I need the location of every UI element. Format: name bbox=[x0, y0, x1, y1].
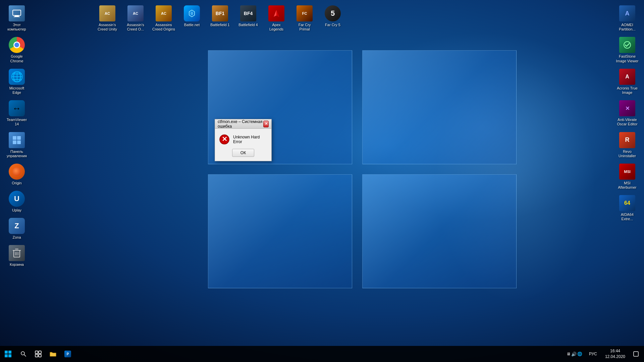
teamviewer-icon: ↔ bbox=[9, 100, 25, 116]
svg-rect-27 bbox=[39, 354, 41, 357]
file-explorer-icon bbox=[50, 351, 56, 357]
nvidia-icon: 🖥 bbox=[567, 352, 571, 356]
desktop-icon-faststone[interactable]: FastStone Image Viewer bbox=[614, 35, 641, 65]
desktop-icon-trash[interactable]: Корзина bbox=[3, 243, 30, 269]
desktop-icon-my-computer[interactable]: Этот компьютер bbox=[3, 3, 30, 34]
desktop-icon-google-chrome[interactable]: Google Chrome bbox=[3, 35, 30, 65]
clock-date: 12.04.2020 bbox=[605, 354, 625, 360]
msi-icon: MSI bbox=[619, 164, 635, 180]
win-pane-bl bbox=[208, 174, 352, 288]
dialog-content-row: ✕ Unknown Hard Error bbox=[219, 134, 267, 145]
svg-rect-19 bbox=[8, 351, 11, 354]
antivibrate-label: Anti-Vibrate Oscar Editor bbox=[616, 118, 639, 126]
my-computer-label: Этот компьютер bbox=[5, 23, 28, 32]
file-explorer-button[interactable] bbox=[46, 346, 60, 362]
desktop-icons-right: A AOMEI Partition... FastStone Image Vie… bbox=[610, 0, 644, 227]
svg-rect-3 bbox=[13, 136, 16, 140]
pinned-app-button[interactable]: P bbox=[60, 346, 75, 362]
desktop-icon-bf1[interactable]: BF1 Battlefield 1 bbox=[207, 3, 233, 34]
desktop-icons-left: Этот компьютер Google Chrome 🌐 Microsoft… bbox=[0, 0, 34, 273]
apex-label: Apex Legends bbox=[265, 23, 288, 32]
battlenet-label: Battle.net bbox=[184, 23, 200, 27]
svg-rect-1 bbox=[15, 15, 19, 16]
svg-line-23 bbox=[24, 355, 26, 356]
teamviewer-label: TeamViewer 14 bbox=[5, 118, 28, 126]
win-pane-br bbox=[362, 174, 517, 288]
dialog-ok-button[interactable]: ОК bbox=[232, 149, 254, 157]
desktop-icon-farcry5[interactable]: 5 Far Cry 5 bbox=[319, 3, 346, 34]
svg-rect-26 bbox=[35, 354, 38, 357]
svg-marker-14 bbox=[191, 11, 193, 15]
language-indicator[interactable]: РУС bbox=[586, 346, 600, 362]
desktop-icon-antivibrate[interactable]: ✕ Anti-Vibrate Oscar Editor bbox=[614, 98, 641, 128]
notification-center-button[interactable] bbox=[631, 346, 641, 362]
svg-rect-28 bbox=[634, 352, 638, 356]
dialog-title: ctfmon.exe – Системная ошибка bbox=[218, 119, 263, 129]
volume-icon: 🔊 bbox=[571, 352, 577, 357]
farcry5-icon: 5 bbox=[325, 5, 341, 21]
desktop-icon-ac-unity[interactable]: AC Assassin's Creed Unity bbox=[94, 3, 121, 34]
aida64-icon: 64 bbox=[619, 195, 635, 211]
aomei-label: AOMEI Partition... bbox=[616, 23, 639, 32]
desktop-icon-aida64[interactable]: 64 AIDA64 Extre... bbox=[614, 193, 641, 223]
error-icon: ✕ bbox=[219, 134, 230, 145]
revo-label: Revo Uninstaller bbox=[616, 149, 639, 158]
pinned-app-icon: P bbox=[64, 351, 71, 357]
ac-black-icon: AC bbox=[127, 5, 144, 21]
svg-rect-4 bbox=[17, 136, 21, 140]
desktop-icon-battlenet[interactable]: Battle.net bbox=[178, 3, 205, 34]
origin-icon bbox=[9, 164, 25, 180]
svg-text:✕: ✕ bbox=[222, 135, 227, 143]
desktop-icon-control-panel[interactable]: Панель управления bbox=[3, 130, 30, 160]
clock-time: 16:44 bbox=[610, 348, 620, 354]
desktop-icon-ac-black[interactable]: AC Assassin's Creed O... bbox=[122, 3, 149, 34]
uplay-label: Uplay bbox=[12, 208, 21, 213]
faststone-icon bbox=[619, 37, 635, 53]
desktop-icon-bf4[interactable]: BF4 Battlefield 4 bbox=[235, 3, 262, 34]
google-chrome-label: Google Chrome bbox=[5, 54, 28, 63]
taskbar-right: 🖥 🔊 🌐 РУС 16:44 12.04.2020 bbox=[564, 346, 644, 362]
taskbar: P 🖥 🔊 🌐 РУС 16:44 12.04.2020 bbox=[0, 346, 644, 362]
bf4-icon: BF4 bbox=[240, 5, 256, 21]
clock[interactable]: 16:44 12.04.2020 bbox=[601, 346, 629, 362]
dialog-titlebar: ctfmon.exe – Системная ошибка ✕ bbox=[215, 119, 271, 129]
svg-rect-24 bbox=[35, 351, 38, 354]
farcry-primal-icon: FC bbox=[297, 5, 313, 21]
zona-icon: Z bbox=[9, 218, 25, 234]
desktop-icon-acronis[interactable]: A Acronis True Image bbox=[614, 67, 641, 97]
google-chrome-icon bbox=[9, 37, 25, 53]
faststone-label: FastStone Image Viewer bbox=[616, 54, 639, 63]
bf1-icon: BF1 bbox=[212, 5, 228, 21]
desktop-icon-microsoft-edge[interactable]: 🌐 Microsoft Edge bbox=[3, 67, 30, 97]
uplay-icon: U bbox=[9, 191, 25, 207]
error-message: Unknown Hard Error bbox=[233, 135, 267, 144]
dialog-close-button[interactable]: ✕ bbox=[263, 121, 269, 127]
svg-rect-18 bbox=[5, 351, 8, 354]
desktop-icon-origin[interactable]: Origin bbox=[3, 162, 30, 187]
task-view-button[interactable] bbox=[31, 346, 46, 362]
control-panel-label: Панель управления bbox=[5, 149, 28, 158]
desktop-icon-aomei[interactable]: A AOMEI Partition... bbox=[614, 3, 641, 34]
desktop-icon-farcry-primal[interactable]: FC Far Cry Primal bbox=[291, 3, 318, 34]
desktop-icon-teamviewer[interactable]: ↔ TeamViewer 14 bbox=[3, 98, 30, 128]
svg-rect-21 bbox=[8, 354, 11, 357]
trash-icon bbox=[9, 245, 25, 261]
apex-icon bbox=[268, 5, 284, 21]
ac-black-label: Assassin's Creed O... bbox=[124, 23, 147, 32]
desktop-icon-revo[interactable]: R Revo Uninstaller bbox=[614, 130, 641, 160]
taskbar-search-button[interactable] bbox=[16, 346, 31, 362]
desktop-icon-msi[interactable]: MSI MSI Afterburner bbox=[614, 162, 641, 192]
desktop-icon-ac-origins[interactable]: AC Assassins Creed Origins bbox=[150, 3, 177, 34]
desktop-icon-uplay[interactable]: U Uplay bbox=[3, 189, 30, 215]
origin-label: Origin bbox=[12, 181, 21, 185]
my-computer-icon bbox=[9, 5, 25, 21]
svg-rect-6 bbox=[17, 140, 21, 144]
desktop-icon-zona[interactable]: Z Zona bbox=[3, 216, 30, 242]
system-tray-icons[interactable]: 🖥 🔊 🌐 bbox=[564, 346, 585, 362]
trash-label: Корзина bbox=[10, 262, 24, 267]
ac-unity-label: Assassin's Creed Unity bbox=[96, 23, 119, 32]
start-button[interactable] bbox=[0, 346, 16, 362]
svg-rect-20 bbox=[5, 354, 8, 357]
desktop-icon-apex[interactable]: Apex Legends bbox=[263, 3, 290, 34]
svg-rect-0 bbox=[13, 10, 21, 15]
